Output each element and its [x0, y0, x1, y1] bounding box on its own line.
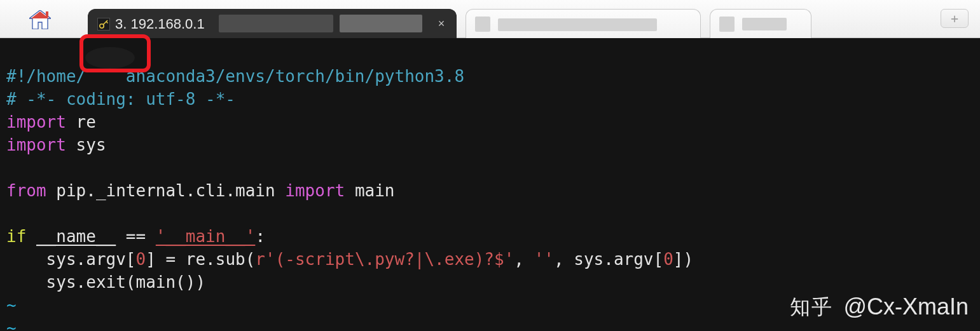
kw-from: from — [6, 181, 46, 200]
tab-text-blur-1 — [498, 18, 657, 31]
code-coding: # -*- coding: utf-8 -*- — [6, 90, 235, 109]
kw-import-2: import — [6, 135, 66, 154]
tab-bar: 3. 192.168.0.1 × + — [0, 0, 980, 38]
tab-inactive-1[interactable] — [466, 9, 701, 38]
kw-import-3: import — [285, 181, 345, 200]
plus-icon: + — [951, 11, 958, 26]
kw-if: if — [6, 227, 26, 246]
key-icon — [97, 18, 110, 30]
l7s1: r'(-script\.pyw?|\.exe)?$' — [255, 250, 514, 269]
kw-import-1: import — [6, 112, 66, 132]
l7n0a: 0 — [136, 250, 146, 269]
l7b: ] = re.sub( — [146, 250, 255, 269]
watermark-brand: 知乎 — [790, 295, 833, 318]
favicon-blur-1 — [475, 17, 490, 32]
svg-rect-2 — [46, 11, 48, 17]
watermark-handle: @Cx-XmaIn — [843, 295, 969, 318]
home-icon — [29, 10, 51, 29]
redaction-smudge — [85, 47, 135, 69]
l7d: , sys.argv[ — [554, 250, 663, 269]
str-main: '__main__' — [156, 227, 256, 246]
code-shebang: #!/home/ anaconda3/envs/torch/bin/python… — [6, 67, 464, 86]
l7c: , — [514, 250, 534, 269]
tab-text-blur-2 — [742, 18, 787, 30]
tab-active[interactable]: 3. 192.168.0.1 × — [88, 9, 457, 38]
mod-main: main — [355, 181, 395, 200]
l7a: sys.argv[ — [6, 250, 136, 269]
tilde-2: ~ — [6, 318, 17, 331]
dunder-name: __name__ — [36, 227, 116, 246]
l7n0b: 0 — [663, 250, 673, 269]
tab-blur-active — [219, 15, 333, 32]
new-tab-button[interactable]: + — [941, 9, 969, 28]
mod-re: re — [76, 112, 96, 132]
mod-sys: sys — [76, 135, 106, 154]
close-icon[interactable]: × — [434, 17, 448, 31]
svg-line-5 — [106, 22, 108, 24]
l7s2: '' — [534, 250, 554, 269]
tab-blur-active-2 — [340, 15, 422, 32]
tab-inactive-2[interactable] — [710, 9, 811, 38]
l7e: ]) — [673, 250, 693, 269]
watermark: 知乎 @Cx-XmaIn — [790, 295, 969, 318]
l8: sys.exit(main()) — [6, 273, 205, 292]
mod-path: pip._internal.cli.main — [56, 181, 275, 200]
tilde-1: ~ — [6, 295, 17, 314]
favicon-blur-2 — [719, 17, 735, 32]
colon: : — [255, 227, 265, 246]
code-editor[interactable]: #!/home/ anaconda3/envs/torch/bin/python… — [0, 38, 980, 331]
eq: == — [116, 227, 156, 246]
home-button[interactable] — [18, 7, 62, 32]
tab-title-1 — [498, 16, 686, 32]
